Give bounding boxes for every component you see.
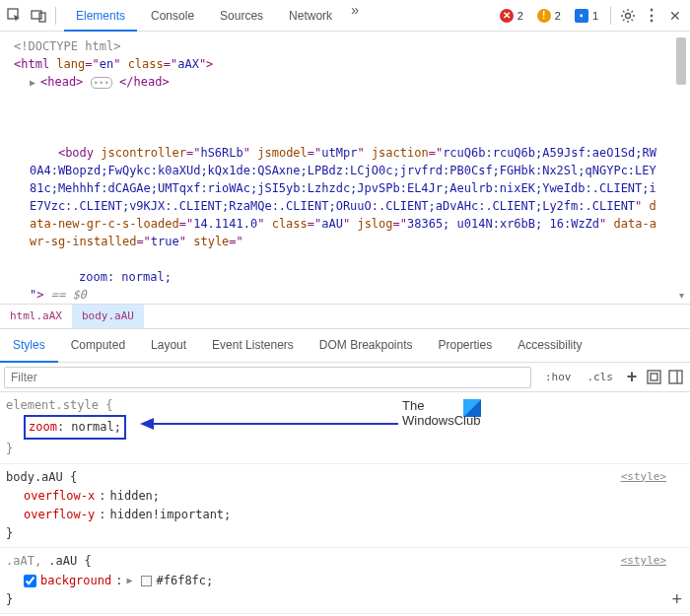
svg-rect-2 [39, 13, 45, 22]
dom-html-open[interactable]: <html lang="en" class="aAX"> [0, 55, 690, 73]
error-icon: ✕ [500, 9, 514, 23]
message-icon: ▪ [575, 9, 588, 23]
tab-network[interactable]: Network [277, 1, 344, 31]
messages-count: 1 [592, 10, 598, 22]
ellipsis-icon[interactable]: ••• [91, 77, 112, 89]
separator [610, 7, 611, 25]
close-icon[interactable]: ✕ [666, 7, 684, 25]
dom-head[interactable]: ▶<head> ••• </head> [0, 73, 690, 91]
warnings-count: 2 [555, 10, 561, 22]
main-tabs: Elements Console Sources Network » [64, 1, 490, 31]
subtab-eventlisteners[interactable]: Event Listeners [199, 329, 307, 362]
messages-badge[interactable]: ▪1 [571, 7, 602, 25]
errors-badge[interactable]: ✕2 [496, 7, 527, 25]
subtab-accessibility[interactable]: Accessibility [505, 329, 594, 362]
cls-toggle[interactable]: .cls [582, 367, 620, 387]
styles-filter-row: :hov .cls + [0, 363, 690, 392]
svg-point-3 [626, 13, 631, 18]
hov-toggle[interactable]: :hov [539, 367, 578, 387]
warnings-badge[interactable]: !2 [533, 7, 565, 25]
subtab-properties[interactable]: Properties [426, 329, 506, 362]
arrow-line [152, 423, 398, 425]
dom-body-close[interactable]: "> == $0 [0, 286, 690, 304]
tab-console[interactable]: Console [139, 1, 206, 31]
add-rule-icon[interactable]: + [671, 589, 682, 610]
svg-rect-6 [669, 371, 682, 383]
new-rule-icon[interactable]: + [623, 369, 641, 386]
tab-elements[interactable]: Elements [64, 1, 137, 31]
scroll-down-icon[interactable]: ▾ [676, 290, 686, 300]
svg-rect-5 [651, 374, 657, 380]
subtab-styles[interactable]: Styles [0, 329, 58, 362]
property-checkbox[interactable] [24, 575, 36, 587]
rule-aat[interactable]: <style> .aAT, .aAU { background: ▶#f6f8f… [0, 548, 690, 614]
dom-body[interactable]: ••• ▼ <body jscontroller="hS6RLb" jsmode… [0, 91, 690, 268]
device-icon[interactable] [30, 7, 47, 25]
annotation-text: TheWindowsClub [402, 399, 480, 429]
rule-body[interactable]: <style> body.aAU { overflow-x: hidden; o… [0, 464, 690, 549]
computed-sidebar-icon[interactable] [645, 369, 662, 386]
errors-count: 2 [518, 10, 523, 22]
settings-icon[interactable] [619, 7, 637, 25]
dom-breadcrumb: html.aAX body.aAU [0, 304, 690, 329]
devtools-toolbar: Elements Console Sources Network » ✕2 !2… [0, 0, 690, 32]
tab-sources[interactable]: Sources [208, 1, 275, 31]
rule-element-style[interactable]: element.style { zoom: normal; } [0, 392, 690, 464]
more-tabs-icon[interactable]: » [346, 1, 364, 19]
kebab-icon[interactable]: ⋮ [643, 7, 660, 25]
separator [55, 7, 56, 25]
rule-source-link[interactable]: <style> [621, 552, 666, 570]
dom-tree[interactable]: ▾ <!DOCTYPE html> <html lang="en" class=… [0, 32, 690, 304]
inspect-icon[interactable] [6, 7, 24, 25]
crumb-html[interactable]: html.aAX [0, 305, 72, 328]
subtab-computed[interactable]: Computed [58, 329, 138, 362]
warning-icon: ! [537, 9, 551, 23]
toggle-sidebar-icon[interactable] [666, 369, 684, 386]
filter-input[interactable] [4, 367, 531, 388]
subtab-layout[interactable]: Layout [138, 329, 199, 362]
expand-icon[interactable]: ▶ [126, 573, 137, 588]
crumb-body[interactable]: body.aAU [72, 305, 144, 328]
svg-rect-4 [648, 371, 660, 383]
color-swatch[interactable] [141, 576, 152, 586]
scrollbar-thumb[interactable] [676, 37, 686, 85]
highlighted-box: zoom: normal; [24, 415, 126, 440]
dom-doctype[interactable]: <!DOCTYPE html> [0, 37, 690, 55]
styles-tabs: Styles Computed Layout Event Listeners D… [0, 329, 690, 363]
dom-style-prop[interactable]: zoom: normal; [0, 268, 690, 286]
styles-panel: element.style { zoom: normal; } <style> … [0, 392, 690, 614]
expand-icon[interactable]: ▶ [30, 75, 40, 90]
rule-source-link[interactable]: <style> [621, 468, 666, 486]
subtab-dombreakpoints[interactable]: DOM Breakpoints [307, 329, 426, 362]
